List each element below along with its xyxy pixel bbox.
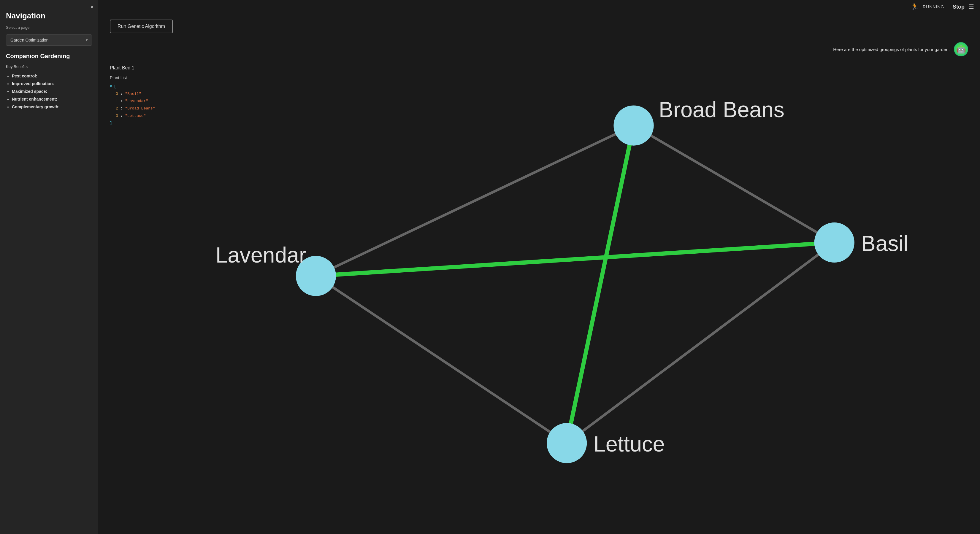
benefits-list: Pest control: Improved pollination: Maxi… bbox=[6, 73, 92, 109]
json-tree-1: ▼[ 0 : "Basil" 1 : "Lavendar" 2 : "Broad… bbox=[110, 83, 175, 127]
graph-1: Broad Beans Basil Lavendar Lettuce bbox=[199, 75, 968, 528]
label-lettuce-1: Lettuce bbox=[593, 432, 665, 456]
nav-title: Navigation bbox=[6, 11, 92, 21]
node-basil-1 bbox=[815, 222, 854, 262]
graph-svg-1: Broad Beans Basil Lavendar Lettuce bbox=[199, 75, 968, 526]
svg-line-4 bbox=[567, 126, 634, 443]
label-lavendar-1: Lavendar bbox=[215, 243, 306, 267]
sidebar: × Navigation Select a page: Garden Optim… bbox=[0, 0, 98, 534]
menu-icon[interactable]: ☰ bbox=[969, 3, 974, 10]
plant-bed-1: Plant Bed 1 Plant List ▼[ 0 : "Basil" 1 … bbox=[110, 65, 968, 528]
close-button[interactable]: × bbox=[90, 3, 94, 10]
main-panel: 🏃 RUNNING... Stop ☰ Run Genetic Algorith… bbox=[98, 0, 980, 534]
key-benefits-label: Key Benefits bbox=[6, 64, 92, 69]
topbar: 🏃 RUNNING... Stop ☰ bbox=[98, 0, 980, 14]
node-broadbeans-1 bbox=[614, 105, 654, 145]
svg-line-1 bbox=[316, 126, 634, 276]
page-select[interactable]: Garden Optimization bbox=[6, 34, 92, 46]
stop-button[interactable]: Stop bbox=[953, 4, 964, 10]
node-lettuce-1 bbox=[547, 423, 587, 463]
label-broadbeans-1: Broad Beans bbox=[659, 98, 785, 122]
svg-line-3 bbox=[316, 276, 566, 443]
benefit-pollination: Improved pollination: bbox=[12, 81, 92, 86]
label-basil-1: Basil bbox=[861, 231, 908, 256]
ai-message: Here are the optimized groupings of plan… bbox=[110, 42, 968, 56]
ai-avatar: 🤖 bbox=[954, 42, 968, 56]
plant-list-1: Plant List ▼[ 0 : "Basil" 1 : "Lavendar"… bbox=[110, 75, 175, 127]
tree-arrow-1: ▼ bbox=[110, 84, 112, 89]
svg-line-2 bbox=[567, 242, 835, 443]
svg-line-0 bbox=[634, 126, 834, 242]
benefit-growth: Complementary growth: bbox=[12, 105, 92, 109]
plant-bed-1-title: Plant Bed 1 bbox=[110, 65, 968, 71]
run-genetic-algorithm-button[interactable]: Run Genetic Algorithm bbox=[110, 19, 173, 33]
svg-line-5 bbox=[316, 242, 834, 276]
running-label: RUNNING... bbox=[923, 5, 948, 9]
running-icon: 🏃 bbox=[910, 3, 919, 11]
benefit-pest: Pest control: bbox=[12, 73, 92, 78]
companion-gardening-title: Companion Gardening bbox=[6, 53, 92, 60]
plant-list-1-label: Plant List bbox=[110, 75, 175, 80]
content-area: Run Genetic Algorithm Here are the optim… bbox=[98, 14, 980, 534]
select-page-label: Select a page: bbox=[6, 25, 92, 30]
ai-message-text: Here are the optimized groupings of plan… bbox=[833, 47, 950, 52]
benefit-space: Maximized space: bbox=[12, 89, 92, 94]
benefit-nutrient: Nutrient enhancement: bbox=[12, 97, 92, 102]
